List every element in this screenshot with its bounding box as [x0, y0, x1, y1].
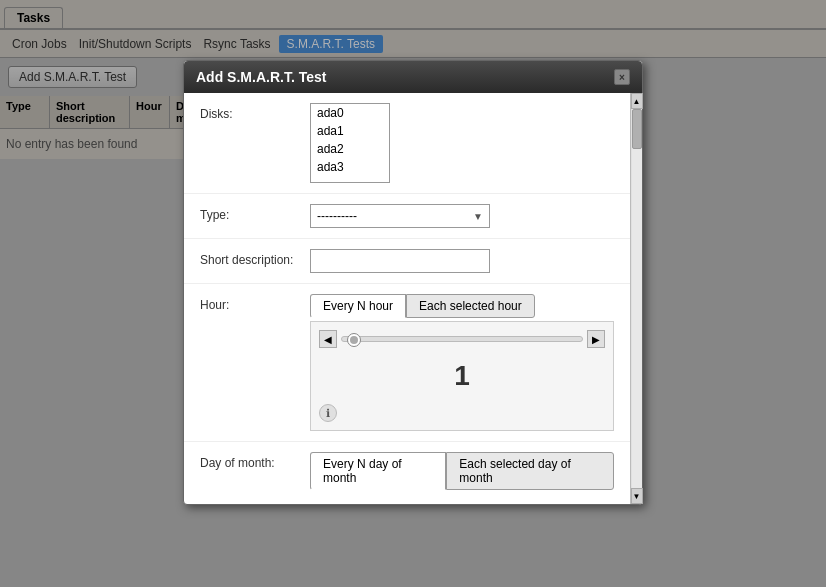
day-of-month-tab-buttons: Every N day of month Each selected day o…	[310, 452, 614, 490]
hour-label: Hour:	[200, 294, 310, 312]
type-row: Type: ---------- ▼	[184, 194, 630, 239]
scroll-thumb[interactable]	[632, 109, 642, 149]
modal-scroll-container: Disks: ada0 ada1 ada2 ada3	[184, 93, 642, 504]
hour-slider-value: 1	[319, 348, 605, 400]
short-description-input[interactable]	[310, 249, 490, 273]
short-description-row: Short description:	[184, 239, 630, 284]
hour-slider-left-arrow[interactable]: ◀	[319, 330, 337, 348]
disks-control: ada0 ada1 ada2 ada3	[310, 103, 614, 183]
modal-scrollbar: ▲ ▼	[630, 93, 642, 504]
disks-row: Disks: ada0 ada1 ada2 ada3	[184, 93, 630, 194]
hour-row: Hour: Every N hour Each selected hour ◀	[184, 284, 630, 442]
modal-content: Disks: ada0 ada1 ada2 ada3	[184, 93, 630, 504]
disk-ada1[interactable]: ada1	[311, 122, 389, 140]
hour-tab-buttons: Every N hour Each selected hour	[310, 294, 614, 318]
short-description-control	[310, 249, 614, 273]
hour-slider-thumb[interactable]	[347, 333, 361, 347]
disk-ada0[interactable]: ada0	[311, 104, 389, 122]
modal-overlay: Add S.M.A.R.T. Test × Disks: ada0 ada1	[0, 0, 826, 587]
short-description-label: Short description:	[200, 249, 310, 267]
hour-control: Every N hour Each selected hour ◀	[310, 294, 614, 431]
hour-slider-row: ◀ ▶	[319, 330, 605, 348]
type-select[interactable]: ---------- ▼	[310, 204, 490, 228]
tab-each-selected-day-of-month[interactable]: Each selected day of month	[446, 452, 614, 490]
hour-slider-track[interactable]	[341, 336, 583, 342]
hour-slider-container: ◀ ▶ 1 ℹ	[310, 321, 614, 431]
modal-close-button[interactable]: ×	[614, 69, 630, 85]
disk-ada2[interactable]: ada2	[311, 140, 389, 158]
modal-title: Add S.M.A.R.T. Test	[196, 69, 326, 85]
type-select-value: ----------	[317, 209, 357, 223]
day-of-month-control: Every N day of month Each selected day o…	[310, 452, 614, 494]
scroll-track[interactable]	[632, 109, 642, 488]
disk-ada3[interactable]: ada3	[311, 158, 389, 176]
scroll-up-arrow[interactable]: ▲	[631, 93, 643, 109]
hour-info-icon[interactable]: ℹ	[319, 404, 337, 422]
add-smart-test-modal: Add S.M.A.R.T. Test × Disks: ada0 ada1	[183, 60, 643, 505]
disks-label: Disks:	[200, 103, 310, 121]
modal-titlebar: Add S.M.A.R.T. Test ×	[184, 61, 642, 93]
hour-slider-thumb-inner	[350, 336, 358, 344]
day-of-month-row: Day of month: Every N day of month Each …	[184, 442, 630, 504]
main-area: Tasks Cron Jobs Init/Shutdown Scripts Rs…	[0, 0, 826, 587]
hour-slider-right-arrow[interactable]: ▶	[587, 330, 605, 348]
scroll-down-arrow[interactable]: ▼	[631, 488, 643, 504]
tab-each-selected-hour[interactable]: Each selected hour	[406, 294, 535, 318]
disks-listbox[interactable]: ada0 ada1 ada2 ada3	[310, 103, 390, 183]
type-label: Type:	[200, 204, 310, 222]
day-of-month-label: Day of month:	[200, 452, 310, 470]
tab-every-n-hour[interactable]: Every N hour	[310, 294, 406, 318]
type-control: ---------- ▼	[310, 204, 614, 228]
tab-every-n-day-of-month[interactable]: Every N day of month	[310, 452, 446, 490]
type-select-arrow: ▼	[473, 211, 483, 222]
